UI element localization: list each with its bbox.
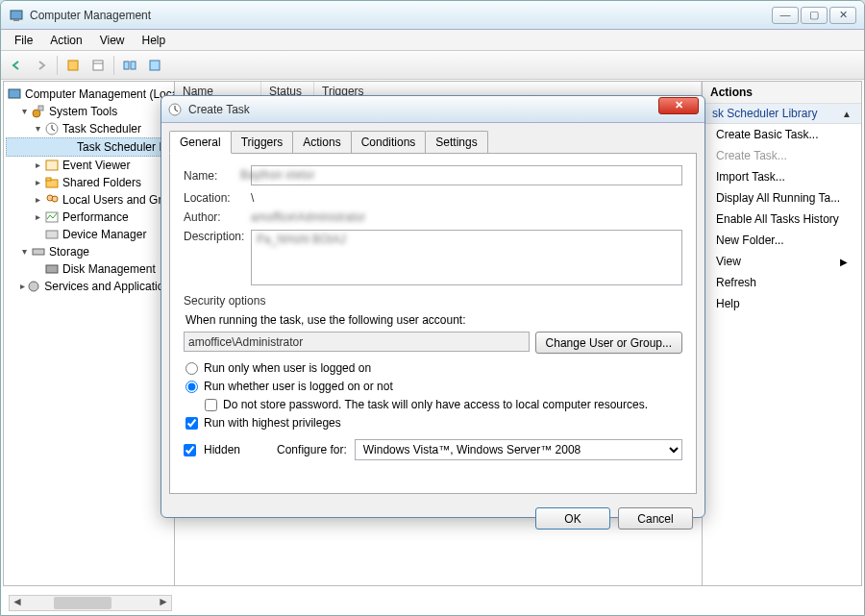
tree-label: Task Scheduler L <box>77 140 165 154</box>
user-account-field <box>184 332 530 352</box>
action-create-task[interactable]: Create Task... <box>703 145 861 166</box>
toolbar-btn-1[interactable] <box>62 54 85 77</box>
minimize-button[interactable]: — <box>772 7 799 24</box>
action-create-basic-task[interactable]: Create Basic Task... <box>703 124 861 145</box>
horizontal-scrollbar[interactable]: ◄ ► <box>9 595 172 611</box>
tree-task-scheduler-library[interactable]: Task Scheduler L <box>6 137 172 157</box>
run-whether-radio[interactable] <box>185 381 198 393</box>
tree-performance[interactable]: ▸Performance <box>6 209 172 226</box>
scroll-right-icon[interactable]: ► <box>156 596 171 610</box>
action-enable-history[interactable]: Enable All Tasks History <box>703 209 861 230</box>
run-logged-on-radio[interactable] <box>185 362 198 375</box>
menubar: File Action View Help <box>1 30 864 51</box>
svg-rect-13 <box>46 178 51 181</box>
app-icon <box>9 8 24 23</box>
svg-rect-1 <box>13 19 19 21</box>
action-view[interactable]: View▶ <box>703 251 861 272</box>
titlebar[interactable]: Computer Management — ▢ ✕ <box>1 1 864 30</box>
svg-rect-7 <box>9 89 20 98</box>
no-store-password-checkbox[interactable] <box>205 399 217 411</box>
svg-rect-11 <box>46 160 58 170</box>
ok-button[interactable]: OK <box>535 507 610 530</box>
actions-section-header[interactable]: sk Scheduler Library ▲ <box>703 104 861 124</box>
svg-rect-18 <box>33 249 44 255</box>
svg-rect-17 <box>46 231 58 238</box>
author-value: amoffice\Administrator <box>251 210 682 224</box>
tab-panel-general: Name: Baython xtetor Location: \ Author:… <box>169 153 697 494</box>
scroll-thumb[interactable] <box>54 597 111 609</box>
cancel-button[interactable]: Cancel <box>618 507 693 530</box>
tree-panel: Computer Management (Local ▾System Tools… <box>4 82 175 585</box>
location-value: \ <box>251 191 682 205</box>
security-options-title: Security options <box>184 294 682 308</box>
back-button[interactable] <box>5 54 28 77</box>
dialog-titlebar[interactable]: Create Task ✕ <box>161 96 704 123</box>
tree-label: Task Scheduler <box>62 122 141 136</box>
tabstrip: General Triggers Actions Conditions Sett… <box>161 123 704 153</box>
tree-label: Disk Management <box>62 262 156 276</box>
tree-local-users[interactable]: ▸Local Users and Gro <box>6 191 172 209</box>
tree-label: Local Users and Gro <box>62 193 168 207</box>
description-label: Description: <box>184 230 251 243</box>
maximize-button[interactable]: ▢ <box>801 7 828 24</box>
highest-privileges-checkbox[interactable] <box>185 417 198 430</box>
no-store-password-label: Do not store password. The task will onl… <box>223 398 648 411</box>
tree-task-scheduler[interactable]: ▾Task Scheduler <box>6 120 172 137</box>
toolbar <box>1 51 864 80</box>
tree-system-tools[interactable]: ▾System Tools <box>6 103 172 120</box>
forward-button[interactable] <box>30 54 53 77</box>
svg-rect-0 <box>11 11 22 19</box>
toolbar-btn-2[interactable] <box>86 54 110 77</box>
svg-rect-19 <box>46 265 58 273</box>
action-new-folder[interactable]: New Folder... <box>703 230 861 251</box>
configure-for-select[interactable]: Windows Vista™, Windows Server™ 2008 <box>355 439 682 460</box>
actions-panel: Actions sk Scheduler Library ▲ Create Ba… <box>703 82 861 585</box>
tree-disk-management[interactable]: Disk Management <box>6 260 172 278</box>
dialog-close-button[interactable]: ✕ <box>658 97 699 114</box>
tab-triggers[interactable]: Triggers <box>231 131 294 153</box>
scroll-left-icon[interactable]: ◄ <box>10 596 25 610</box>
hidden-checkbox[interactable] <box>184 444 196 456</box>
dialog-title: Create Task <box>188 103 658 116</box>
toolbar-btn-4[interactable] <box>143 54 166 77</box>
tab-settings[interactable]: Settings <box>425 131 487 153</box>
svg-point-20 <box>29 282 38 291</box>
tree-label: Performance <box>62 210 129 224</box>
name-input[interactable] <box>251 165 682 185</box>
tree-shared-folders[interactable]: ▸Shared Folders <box>6 174 172 191</box>
tree-label: Shared Folders <box>62 176 141 189</box>
change-user-button[interactable]: Change User or Group... <box>535 332 682 354</box>
action-display-all-running[interactable]: Display All Running Ta... <box>703 187 861 209</box>
tab-actions[interactable]: Actions <box>292 131 351 153</box>
tree-label: Services and Application <box>44 280 170 293</box>
menu-view[interactable]: View <box>92 32 133 49</box>
submenu-arrow-icon: ▶ <box>840 257 848 267</box>
tab-conditions[interactable]: Conditions <box>351 131 427 153</box>
configure-for-label: Configure for: <box>277 443 347 456</box>
toolbar-btn-3[interactable] <box>118 54 141 77</box>
tree-device-manager[interactable]: Device Manager <box>6 226 172 243</box>
action-refresh[interactable]: Refresh <box>703 272 861 293</box>
tree-root[interactable]: Computer Management (Local <box>6 86 172 103</box>
run-whether-label: Run whether user is logged on or not <box>204 380 393 393</box>
svg-rect-5 <box>131 62 136 69</box>
tree-event-viewer[interactable]: ▸Event Viewer <box>6 157 172 174</box>
tree-label: Storage <box>49 245 89 259</box>
clock-icon <box>167 102 183 117</box>
hidden-label: Hidden <box>204 443 240 456</box>
create-task-dialog: Create Task ✕ General Triggers Actions C… <box>161 95 705 518</box>
menu-help[interactable]: Help <box>135 32 174 49</box>
close-button[interactable]: ✕ <box>829 7 856 24</box>
when-running-label: When running the task, use the following… <box>184 313 682 327</box>
tree-storage[interactable]: ▾Storage <box>6 243 172 260</box>
action-help[interactable]: Help <box>703 293 861 314</box>
tree-label: Event Viewer <box>62 159 130 172</box>
tree-services-apps[interactable]: ▸Services and Application <box>6 278 172 295</box>
menu-action[interactable]: Action <box>42 32 89 49</box>
action-import-task[interactable]: Import Task... <box>703 166 861 187</box>
actions-title: Actions <box>703 82 861 104</box>
tab-general[interactable]: General <box>169 131 232 154</box>
svg-rect-9 <box>38 106 43 111</box>
menu-file[interactable]: File <box>7 32 40 49</box>
svg-point-15 <box>52 196 58 202</box>
